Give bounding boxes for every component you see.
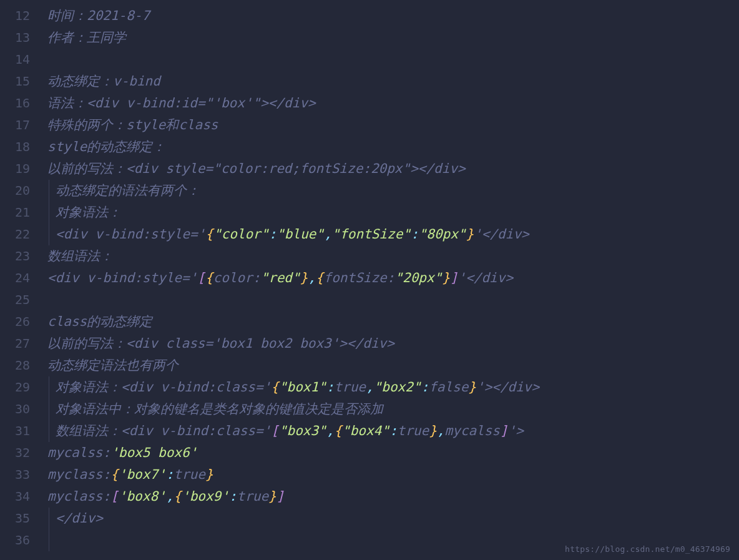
line-number: 13 bbox=[0, 27, 37, 49]
indent-guide: 对象语法： bbox=[49, 202, 121, 224]
code-editor[interactable]: 1213141516171819202122232425262728293031… bbox=[0, 0, 739, 560]
code-line[interactable]: class的动态绑定 bbox=[47, 311, 739, 333]
code-line[interactable]: 动态绑定语法也有两个 bbox=[47, 355, 739, 376]
code-token: true bbox=[174, 467, 205, 482]
code-token: { bbox=[316, 270, 324, 285]
code-line[interactable]: 对象语法中：对象的键名是类名对象的键值决定是否添加 bbox=[47, 398, 739, 420]
line-number: 17 bbox=[0, 114, 37, 136]
line-number: 24 bbox=[0, 267, 37, 289]
code-token: : bbox=[421, 380, 429, 395]
code-token: , bbox=[437, 423, 445, 438]
code-line[interactable]: 特殊的两个：style和class bbox=[47, 114, 739, 136]
line-number: 35 bbox=[0, 508, 37, 529]
line-number: 16 bbox=[0, 92, 37, 114]
line-number: 36 bbox=[0, 529, 37, 551]
code-token: myclass: bbox=[47, 467, 110, 482]
code-token: ] bbox=[500, 423, 508, 438]
code-line[interactable]: 数组语法： bbox=[47, 245, 739, 267]
code-line[interactable]: <div v-bind:style='[{color:"red"},{fontS… bbox=[47, 267, 739, 289]
code-token: '</div> bbox=[458, 270, 514, 285]
code-token: ] bbox=[277, 489, 285, 504]
code-token: 动态绑定：v-bind bbox=[47, 74, 160, 89]
code-token: , bbox=[326, 423, 335, 438]
code-token: ] bbox=[450, 270, 458, 285]
indent-guide: 动态绑定的语法有两个： bbox=[49, 180, 200, 202]
code-token: , bbox=[308, 270, 316, 285]
code-line[interactable]: </div> bbox=[47, 508, 739, 529]
code-token: { bbox=[271, 380, 279, 395]
code-token: "80px" bbox=[419, 227, 466, 242]
indent-guide: <div v-bind:style='{"color":"blue","font… bbox=[49, 224, 529, 245]
line-number: 26 bbox=[0, 311, 37, 333]
code-token: mycalss bbox=[444, 423, 500, 438]
code-line[interactable]: myclass:['box8',{'box9':true}] bbox=[47, 486, 739, 508]
code-token: , bbox=[166, 489, 174, 504]
code-token: } bbox=[205, 467, 213, 482]
code-token: 动态绑定的语法有两个： bbox=[56, 183, 200, 198]
code-token: <div v-bind:style=' bbox=[56, 227, 205, 242]
code-token: , bbox=[366, 380, 374, 395]
code-token: '> bbox=[508, 423, 524, 438]
code-token: , bbox=[324, 227, 332, 242]
code-token: { bbox=[110, 467, 119, 482]
indent-guide: 对象语法：<div v-bind:class='{"box1":true,"bo… bbox=[49, 376, 539, 398]
code-token: 数组语法：<div v-bind:class=' bbox=[56, 423, 271, 438]
code-line[interactable]: 数组语法：<div v-bind:class='["box3",{"box4":… bbox=[47, 420, 739, 442]
code-token: class的动态绑定 bbox=[47, 314, 152, 329]
code-token: "box1" bbox=[279, 380, 326, 395]
code-token: "blue" bbox=[277, 227, 324, 242]
code-line[interactable]: 语法：<div v-bind:id="'box'"></div> bbox=[47, 92, 739, 114]
code-token: "box4" bbox=[342, 423, 389, 438]
code-token: [ bbox=[110, 489, 119, 504]
code-token: "box2" bbox=[374, 380, 421, 395]
code-token: 特殊的两个：style和class bbox=[47, 117, 218, 132]
code-line[interactable]: mycalss:'box5 box6' bbox=[47, 442, 739, 464]
code-line[interactable]: 对象语法：<div v-bind:class='{"box1":true,"bo… bbox=[47, 376, 739, 398]
code-line[interactable]: 以前的写法：<div class='box1 box2 box3'></div> bbox=[47, 333, 739, 355]
code-token: "color" bbox=[213, 227, 269, 242]
code-token: true bbox=[334, 380, 366, 395]
line-number: 32 bbox=[0, 442, 37, 464]
code-token: myclass: bbox=[47, 489, 110, 504]
code-token: true bbox=[398, 423, 429, 438]
line-number: 18 bbox=[0, 136, 37, 158]
indent-guide: </div> bbox=[49, 508, 103, 529]
code-area[interactable]: 时间：2021-8-7作者：王同学动态绑定：v-bind语法：<div v-bi… bbox=[37, 0, 739, 560]
code-line[interactable]: myclass:{'box7':true} bbox=[47, 464, 739, 486]
code-token: } bbox=[300, 270, 308, 285]
code-line[interactable]: 以前的写法：<div style="color:red;fontSize:20p… bbox=[47, 158, 739, 180]
code-token: false bbox=[429, 380, 468, 395]
code-token: 数组语法： bbox=[47, 248, 113, 263]
line-number: 27 bbox=[0, 333, 37, 355]
code-line[interactable]: 对象语法： bbox=[47, 202, 739, 224]
code-token: { bbox=[205, 270, 213, 285]
code-line[interactable]: style的动态绑定： bbox=[47, 136, 739, 158]
code-token: : bbox=[326, 380, 335, 395]
code-token: } bbox=[466, 227, 474, 242]
line-number: 14 bbox=[0, 49, 37, 71]
code-line[interactable]: 动态绑定的语法有两个： bbox=[47, 180, 739, 202]
code-token: 对象语法： bbox=[56, 205, 121, 220]
line-number: 30 bbox=[0, 398, 37, 420]
code-line[interactable]: 作者：王同学 bbox=[47, 27, 739, 49]
code-line[interactable] bbox=[47, 289, 739, 311]
code-token: style的动态绑定： bbox=[47, 139, 165, 154]
code-token: : bbox=[411, 227, 419, 242]
code-token: 对象语法中：对象的键名是类名对象的键值决定是否添加 bbox=[56, 401, 383, 416]
code-line[interactable]: <div v-bind:style='{"color":"blue","font… bbox=[47, 224, 739, 245]
code-token: [ bbox=[197, 270, 205, 285]
code-token: 对象语法：<div v-bind:class=' bbox=[56, 380, 271, 395]
line-number: 15 bbox=[0, 71, 37, 92]
code-token: 'box8' bbox=[119, 489, 166, 504]
code-line[interactable]: 时间：2021-8-7 bbox=[47, 5, 739, 27]
code-line[interactable]: 动态绑定：v-bind bbox=[47, 71, 739, 92]
code-token: '</div> bbox=[474, 227, 529, 242]
line-number: 23 bbox=[0, 245, 37, 267]
code-token: 以前的写法：<div style="color:red;fontSize:20p… bbox=[47, 161, 466, 176]
code-token: [ bbox=[271, 423, 279, 438]
code-token: color: bbox=[213, 270, 261, 285]
code-token: "20px" bbox=[394, 270, 442, 285]
line-number: 34 bbox=[0, 486, 37, 508]
code-line[interactable] bbox=[47, 49, 739, 71]
code-token: mycalss: bbox=[47, 445, 110, 460]
